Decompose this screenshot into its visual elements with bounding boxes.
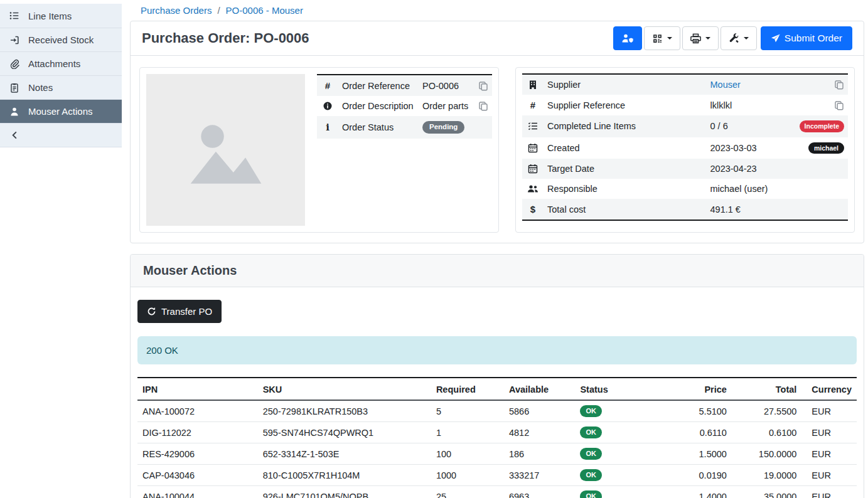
status-ok-badge: OK xyxy=(580,405,602,417)
sidebar-item-notes[interactable]: Notes xyxy=(0,75,122,99)
info-icon: i xyxy=(323,122,333,133)
sidebar-item-label: Received Stock xyxy=(28,34,94,45)
transfer-po-label: Transfer PO xyxy=(161,306,212,317)
cell-price: 1.5000 xyxy=(647,443,732,465)
cell-required: 5 xyxy=(431,400,504,422)
cell-currency: EUR xyxy=(801,422,857,443)
order-info-card: # Order Reference PO-0006 Order Descript… xyxy=(139,67,499,233)
order-actions-button[interactable] xyxy=(721,26,757,50)
part-image-placeholder xyxy=(146,74,305,226)
transfer-po-button[interactable]: Transfer PO xyxy=(137,300,222,323)
col-sku: SKU xyxy=(258,378,431,400)
breadcrumb-link-po-0006[interactable]: PO-0006 - Mouser xyxy=(226,5,303,16)
print-actions-button[interactable] xyxy=(682,26,719,50)
col-currency: Currency xyxy=(801,378,857,400)
detail-value: 491.1 € xyxy=(707,199,793,220)
submit-order-button[interactable]: Submit Order xyxy=(761,26,852,50)
status-ok-badge: OK xyxy=(580,490,602,498)
line-items-table: IPN SKU Required Available Status Price … xyxy=(137,377,857,498)
detail-label: Order Reference xyxy=(338,75,419,96)
sidebar-collapse-button[interactable] xyxy=(0,123,122,147)
cell-total: 27.5500 xyxy=(732,400,801,422)
detail-label: Order Description xyxy=(338,96,419,116)
tools-icon xyxy=(729,33,739,44)
hash-icon: # xyxy=(528,100,538,110)
cell-total: 150.0000 xyxy=(732,443,801,465)
detail-value: lklklkl xyxy=(707,95,793,115)
list-icon xyxy=(9,11,19,21)
col-ipn: IPN xyxy=(137,378,258,400)
completed-line-items-row: Completed Line Items 0 / 6 Incomplete xyxy=(522,115,848,137)
supplier-link[interactable]: Mouser xyxy=(710,80,741,90)
info-circle-icon xyxy=(323,101,333,111)
order-status-badge: Pending xyxy=(422,121,464,134)
table-row: ANA-100072 250-72981KLRATR150B3 5 5866 O… xyxy=(137,400,857,422)
purchase-order-panel: Purchase Order: PO-0006 xyxy=(130,21,864,243)
clipboard-icon xyxy=(9,83,19,93)
mouser-actions-panel: Mouser Actions Transfer PO 200 OK IPN xyxy=(130,254,864,498)
toolbar: Submit Order xyxy=(613,26,852,50)
paper-plane-icon xyxy=(771,34,780,43)
col-available: Available xyxy=(504,378,575,400)
main-content: Purchase Orders / PO-0006 - Mouser Purch… xyxy=(122,0,868,498)
app-root: Line Items Received Stock Attachments No… xyxy=(0,0,868,498)
copy-icon[interactable] xyxy=(834,80,844,90)
mouser-actions-title: Mouser Actions xyxy=(143,263,851,278)
order-status-row: i Order Status Pending xyxy=(317,116,492,139)
user-shield-icon xyxy=(621,33,634,43)
cell-available: 333217 xyxy=(504,465,575,486)
copy-icon[interactable] xyxy=(478,101,488,111)
cell-price: 5.5100 xyxy=(647,400,732,422)
sidebar-item-mouser-actions[interactable]: Mouser Actions xyxy=(0,99,122,123)
cell-ipn: ANA-100044 xyxy=(137,486,258,498)
order-reference-row: # Order Reference PO-0006 xyxy=(317,75,492,96)
incomplete-badge: Incomplete xyxy=(800,120,844,132)
barcode-actions-button[interactable] xyxy=(644,26,680,50)
sign-in-icon xyxy=(9,35,19,45)
cell-required: 100 xyxy=(431,443,504,465)
cell-available: 6963 xyxy=(504,486,575,498)
status-alert: 200 OK xyxy=(137,336,857,364)
copy-icon[interactable] xyxy=(478,81,488,91)
mouser-actions-header: Mouser Actions xyxy=(131,255,864,287)
purchase-order-header: Purchase Order: PO-0006 xyxy=(131,21,864,56)
printer-icon xyxy=(690,33,701,44)
sidebar-item-attachments[interactable]: Attachments xyxy=(0,51,122,75)
cell-ipn: RES-429006 xyxy=(137,443,258,465)
table-row: RES-429006 652-3314Z-1-503E 100 186 OK 1… xyxy=(137,443,857,465)
detail-value: PO-0006 xyxy=(419,75,473,96)
copy-icon[interactable] xyxy=(834,100,844,110)
detail-label: Supplier xyxy=(544,74,707,95)
supplier-info-card: Supplier Mouser # Supplier Reference lkl… xyxy=(515,67,855,233)
caret-down-icon xyxy=(744,37,749,40)
sidebar-item-line-items[interactable]: Line Items xyxy=(0,4,122,28)
status-ok-badge: OK xyxy=(580,426,602,438)
cell-currency: EUR xyxy=(801,443,857,465)
order-details-table: # Order Reference PO-0006 Order Descript… xyxy=(317,74,492,139)
created-row: Created 2023-03-03 michael xyxy=(522,137,848,159)
sidebar-item-label: Notes xyxy=(28,82,53,93)
breadcrumb-link-purchase-orders[interactable]: Purchase Orders xyxy=(141,5,212,16)
cell-currency: EUR xyxy=(801,465,857,486)
cell-sku: 810-C1005X7R1H104M xyxy=(258,465,431,486)
breadcrumb: Purchase Orders / PO-0006 - Mouser xyxy=(130,0,864,21)
col-required: Required xyxy=(431,378,504,400)
order-description-row: Order Description Order parts xyxy=(317,96,492,116)
calendar-icon xyxy=(528,143,538,153)
chevron-left-icon xyxy=(10,130,19,140)
cell-ipn: DIG-112022 xyxy=(137,422,258,443)
detail-label: Order Status xyxy=(338,116,419,139)
sidebar-item-label: Mouser Actions xyxy=(28,106,93,117)
table-row: CAP-043046 810-C1005X7R1H104M 1000 33321… xyxy=(137,465,857,486)
detail-label: Completed Line Items xyxy=(544,115,707,137)
cell-available: 4812 xyxy=(504,422,575,443)
sidebar-item-received-stock[interactable]: Received Stock xyxy=(0,28,122,51)
user-roles-button[interactable] xyxy=(613,26,642,50)
detail-value: 2023-04-23 xyxy=(707,159,793,179)
cell-ipn: ANA-100072 xyxy=(137,400,258,422)
refresh-icon xyxy=(147,307,156,316)
supplier-reference-row: # Supplier Reference lklklkl xyxy=(522,95,848,115)
detail-value: 0 / 6 xyxy=(707,115,793,137)
caret-down-icon xyxy=(667,37,672,40)
detail-label: Target Date xyxy=(544,159,707,179)
